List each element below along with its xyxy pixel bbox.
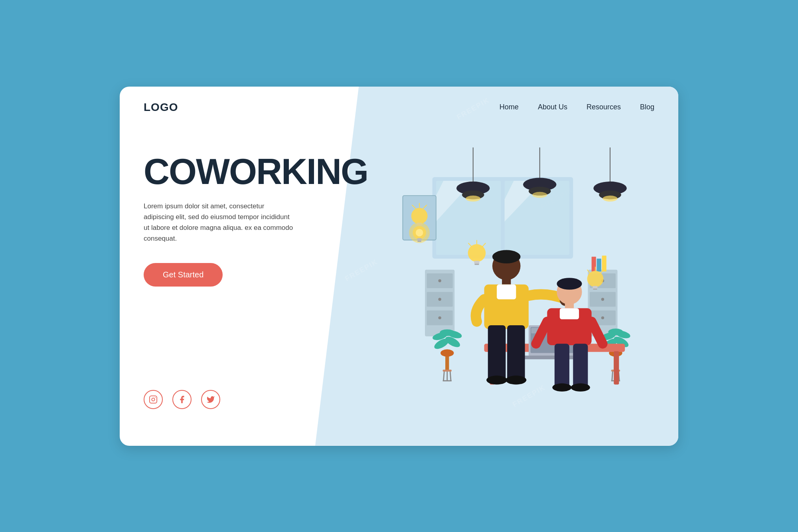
twitter-icon[interactable] bbox=[201, 390, 220, 409]
svg-point-97 bbox=[557, 278, 582, 290]
svg-point-1 bbox=[152, 398, 154, 401]
header: LOGO Home About Us Resources Blog bbox=[120, 87, 678, 122]
svg-point-35 bbox=[438, 279, 441, 282]
svg-rect-92 bbox=[474, 263, 479, 265]
svg-line-58 bbox=[450, 371, 451, 380]
svg-point-81 bbox=[492, 250, 521, 263]
facebook-icon[interactable] bbox=[172, 390, 192, 409]
svg-point-44 bbox=[601, 316, 604, 319]
social-icons bbox=[144, 342, 358, 409]
svg-rect-29 bbox=[417, 238, 421, 240]
svg-rect-106 bbox=[593, 286, 597, 288]
navigation: Home About Us Resources Blog bbox=[500, 103, 654, 111]
svg-rect-47 bbox=[602, 255, 606, 271]
svg-rect-102 bbox=[573, 344, 588, 388]
main-content: COWORKING Lorem ipsum dolor sit amet, co… bbox=[120, 122, 678, 433]
left-section: COWORKING Lorem ipsum dolor sit amet, co… bbox=[144, 138, 358, 409]
svg-point-103 bbox=[552, 383, 571, 391]
hero-title: COWORKING bbox=[144, 154, 358, 190]
svg-point-49 bbox=[440, 349, 454, 357]
svg-rect-91 bbox=[474, 261, 479, 263]
svg-point-11 bbox=[466, 196, 480, 202]
svg-rect-46 bbox=[597, 258, 601, 271]
svg-rect-86 bbox=[488, 325, 506, 380]
svg-rect-87 bbox=[507, 325, 525, 380]
get-started-button[interactable]: Get Started bbox=[144, 263, 223, 287]
logo: LOGO bbox=[144, 101, 178, 114]
right-section bbox=[358, 138, 654, 409]
svg-point-2 bbox=[155, 397, 156, 398]
nav-blog[interactable]: Blog bbox=[640, 103, 654, 111]
nav-about[interactable]: About Us bbox=[538, 103, 567, 111]
svg-rect-100 bbox=[559, 308, 579, 319]
main-card: LOGO Home About Us Resources Blog COWORK… bbox=[120, 87, 678, 446]
svg-point-66 bbox=[608, 328, 623, 335]
instagram-icon[interactable] bbox=[144, 390, 163, 409]
svg-point-36 bbox=[438, 298, 441, 301]
svg-line-56 bbox=[443, 371, 444, 380]
svg-point-104 bbox=[571, 383, 590, 391]
svg-point-43 bbox=[601, 298, 604, 301]
svg-rect-30 bbox=[417, 241, 421, 242]
svg-rect-107 bbox=[593, 289, 597, 290]
svg-rect-74 bbox=[614, 351, 619, 384]
svg-line-68 bbox=[612, 371, 612, 380]
svg-point-28 bbox=[415, 229, 423, 236]
svg-rect-55 bbox=[442, 370, 451, 372]
office-illustration bbox=[358, 138, 654, 409]
nav-resources[interactable]: Resources bbox=[587, 103, 621, 111]
svg-point-37 bbox=[438, 316, 441, 319]
svg-rect-0 bbox=[150, 396, 157, 403]
svg-rect-84 bbox=[497, 284, 516, 299]
svg-point-54 bbox=[440, 329, 454, 336]
hero-description: Lorem ipsum dolor sit amet, consectetur … bbox=[144, 201, 295, 244]
svg-point-89 bbox=[506, 376, 526, 384]
svg-point-88 bbox=[486, 376, 507, 384]
nav-home[interactable]: Home bbox=[500, 103, 519, 111]
svg-rect-101 bbox=[554, 344, 569, 388]
svg-point-21 bbox=[411, 208, 427, 224]
svg-point-15 bbox=[532, 192, 547, 198]
svg-point-19 bbox=[602, 196, 617, 202]
svg-point-90 bbox=[468, 244, 486, 262]
